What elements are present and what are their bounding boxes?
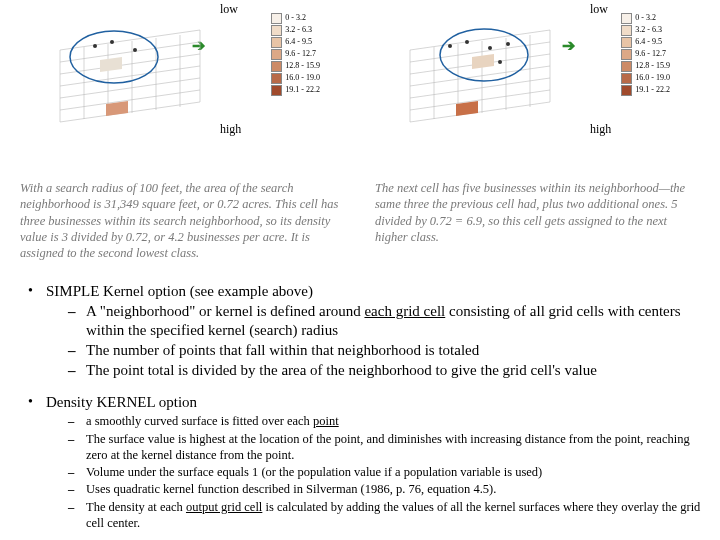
swatch-icon [621, 37, 632, 48]
density-list: –a smoothly curved surface is fitted ove… [46, 413, 706, 531]
svg-point-37 [448, 44, 452, 48]
swatch-icon [621, 25, 632, 36]
simple-title: SIMPLE Kernel option (see example above) [46, 283, 706, 300]
dash-icon: – [68, 302, 86, 340]
svg-point-18 [110, 40, 114, 44]
legend-text: 12.8 - 15.9 [635, 60, 670, 72]
legend-row: 9.6 - 12.7 [621, 48, 670, 60]
simple-kernel-section: • SIMPLE Kernel option (see example abov… [28, 283, 706, 380]
svg-marker-34 [472, 54, 494, 69]
swatch-icon [621, 13, 632, 24]
list-item-text: A "neighborhood" or kernel is defined ar… [86, 302, 706, 340]
swatch-icon [271, 37, 282, 48]
list-item-text: a smoothly curved surface is fitted over… [86, 413, 706, 429]
svg-point-16 [70, 31, 158, 83]
svg-point-36 [440, 29, 528, 81]
svg-line-5 [60, 42, 200, 62]
legend-text: 3.2 - 6.3 [635, 24, 662, 36]
legend-row: 6.4 - 9.5 [271, 36, 320, 48]
svg-line-23 [410, 66, 550, 86]
legend-text: 12.8 - 15.9 [285, 60, 320, 72]
list-item: –The point total is divided by the area … [46, 361, 706, 380]
list-item-text: The surface value is highest at the loca… [86, 431, 706, 464]
list-item: –The surface value is highest at the loc… [46, 431, 706, 464]
grid-left [50, 22, 220, 132]
legend-text: 0 - 3.2 [635, 12, 656, 24]
grid-right [400, 22, 570, 132]
label-high-right: high [590, 122, 611, 137]
caption-left: With a search radius of 100 feet, the ar… [20, 180, 345, 261]
list-item-text: The density at each output grid cell is … [86, 499, 706, 532]
dash-icon: – [68, 481, 86, 497]
legend-left: 0 - 3.23.2 - 6.36.4 - 9.59.6 - 12.712.8 … [271, 12, 320, 96]
swatch-icon [621, 73, 632, 84]
density-title: Density KERNEL option [46, 394, 706, 411]
legend-row: 6.4 - 9.5 [621, 36, 670, 48]
list-item: –Volume under the surface equals 1 (or t… [46, 464, 706, 480]
swatch-icon [621, 61, 632, 72]
dash-icon: – [68, 413, 86, 429]
legend-row: 9.6 - 12.7 [271, 48, 320, 60]
figure-right: low ➔ 0 - 3.23.2 - 6.36.4 - 9.59.6 - 12.… [370, 2, 700, 150]
swatch-icon [621, 85, 632, 96]
list-item-text: The number of points that fall within th… [86, 341, 706, 360]
swatch-icon [271, 13, 282, 24]
legend-text: 6.4 - 9.5 [635, 36, 662, 48]
dash-icon: – [68, 341, 86, 360]
svg-point-17 [93, 44, 97, 48]
legend-row: 3.2 - 6.3 [621, 24, 670, 36]
svg-point-39 [488, 46, 492, 50]
legend-row: 12.8 - 15.9 [621, 60, 670, 72]
svg-line-21 [410, 90, 550, 110]
figure-row: low ➔ 0 - 3.23.2 - 6.36.4 - 9.59.6 - 12.… [0, 0, 720, 150]
caption-right: The next cell has five businesses within… [375, 180, 700, 261]
list-item: –a smoothly curved surface is fitted ove… [46, 413, 706, 429]
legend-text: 16.0 - 19.0 [285, 72, 320, 84]
legend-row: 19.1 - 22.2 [621, 84, 670, 96]
bullet-icon: • [28, 394, 46, 532]
legend-text: 19.1 - 22.2 [285, 84, 320, 96]
dash-icon: – [68, 431, 86, 464]
legend-row: 16.0 - 19.0 [271, 72, 320, 84]
simple-list: –A "neighborhood" or kernel is defined a… [46, 302, 706, 379]
label-low-left: low [220, 2, 238, 17]
svg-line-20 [410, 102, 550, 122]
list-item-text: Volume under the surface equals 1 (or th… [86, 464, 706, 480]
legend-text: 6.4 - 9.5 [285, 36, 312, 48]
swatch-icon [271, 49, 282, 60]
legend-text: 9.6 - 12.7 [635, 48, 666, 60]
figure-left: low ➔ 0 - 3.23.2 - 6.36.4 - 9.59.6 - 12.… [20, 2, 350, 150]
swatch-icon [271, 73, 282, 84]
density-kernel-section: • Density KERNEL option –a smoothly curv… [28, 394, 706, 532]
svg-point-41 [498, 60, 502, 64]
label-low-right: low [590, 2, 608, 17]
dash-icon: – [68, 464, 86, 480]
legend-text: 3.2 - 6.3 [285, 24, 312, 36]
legend-row: 0 - 3.2 [621, 12, 670, 24]
swatch-icon [271, 61, 282, 72]
list-item: –A "neighborhood" or kernel is defined a… [46, 302, 706, 340]
list-item: –The number of points that fall within t… [46, 341, 706, 360]
svg-line-4 [60, 54, 200, 74]
bullet-icon: • [28, 283, 46, 380]
svg-line-3 [60, 66, 200, 86]
swatch-icon [271, 25, 282, 36]
svg-point-40 [506, 42, 510, 46]
content: • SIMPLE Kernel option (see example abov… [0, 271, 720, 532]
legend-text: 9.6 - 12.7 [285, 48, 316, 60]
svg-line-26 [410, 30, 550, 50]
legend-row: 0 - 3.2 [271, 12, 320, 24]
legend-row: 12.8 - 15.9 [271, 60, 320, 72]
legend-right: 0 - 3.23.2 - 6.36.4 - 9.59.6 - 12.712.8 … [621, 12, 670, 96]
dash-icon: – [68, 361, 86, 380]
legend-row: 19.1 - 22.2 [271, 84, 320, 96]
svg-line-0 [60, 102, 200, 122]
list-item: –The density at each output grid cell is… [46, 499, 706, 532]
svg-line-1 [60, 90, 200, 110]
svg-point-19 [133, 48, 137, 52]
list-item-text: The point total is divided by the area o… [86, 361, 706, 380]
legend-row: 16.0 - 19.0 [621, 72, 670, 84]
dash-icon: – [68, 499, 86, 532]
list-item-text: Uses quadratic kernel function described… [86, 481, 706, 497]
legend-text: 0 - 3.2 [285, 12, 306, 24]
